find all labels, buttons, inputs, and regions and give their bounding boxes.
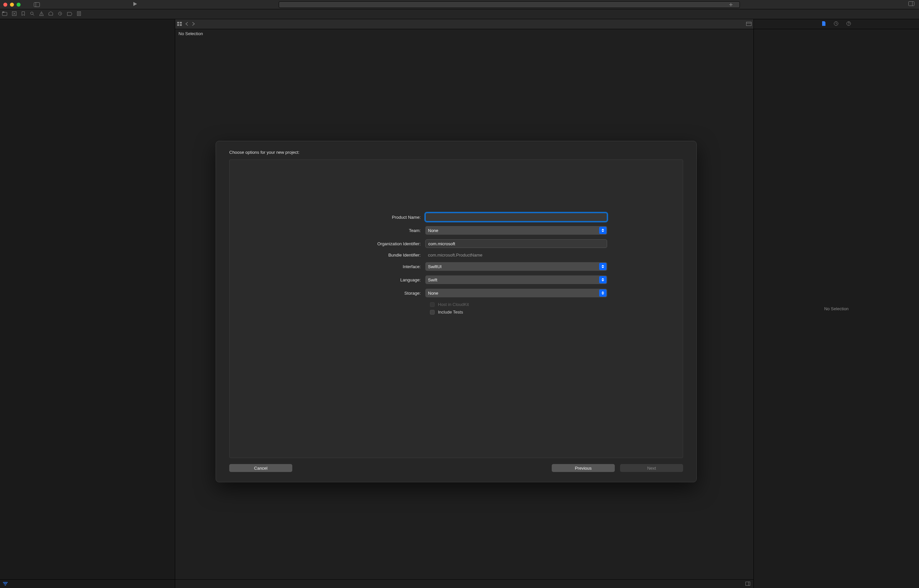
bookmark-navigator-icon[interactable] (21, 11, 25, 17)
svg-rect-0 (34, 2, 40, 6)
team-label: Team: (250, 228, 425, 233)
history-inspector-tab-icon[interactable] (834, 21, 838, 27)
svg-rect-32 (180, 24, 182, 26)
chevron-updown-icon (599, 276, 606, 283)
help-inspector-tab-icon[interactable]: ? (846, 21, 851, 27)
inspector-tabs: ? (754, 19, 919, 29)
svg-marker-2 (133, 2, 137, 6)
dialog-title: Choose options for your new project: (229, 150, 683, 155)
svg-rect-29 (177, 22, 179, 24)
report-navigator-icon[interactable] (77, 11, 81, 17)
language-select-value: Swift (428, 278, 437, 283)
include-tests-checkbox[interactable] (430, 310, 434, 315)
workspace: No Selection Choose options for your new… (0, 19, 919, 588)
svg-rect-33 (747, 22, 752, 26)
dialog-button-row: Cancel Previous Next (229, 464, 683, 472)
cloudkit-checkbox (430, 302, 434, 307)
team-select-value: None (428, 228, 438, 233)
org-id-input[interactable] (425, 239, 607, 248)
cancel-button[interactable]: Cancel (229, 464, 292, 472)
svg-line-20 (60, 14, 61, 14)
storage-select-value: None (428, 291, 438, 296)
toggle-inspector-icon[interactable] (908, 1, 914, 7)
nav-forward-icon[interactable] (192, 21, 195, 27)
breakpoint-navigator-icon[interactable] (67, 11, 72, 17)
svg-rect-30 (180, 22, 182, 24)
interface-label: Interface: (250, 264, 425, 269)
nav-back-icon[interactable] (185, 21, 188, 27)
find-navigator-icon[interactable] (30, 11, 34, 17)
svg-rect-5 (909, 2, 914, 6)
svg-rect-7 (2, 12, 7, 16)
filter-icon[interactable] (3, 582, 8, 587)
chevron-updown-icon (599, 263, 606, 270)
dialog-form: Product Name: Team: None Organization Id… (229, 160, 683, 458)
interface-select[interactable]: SwiftUI (425, 262, 607, 271)
test-navigator-icon[interactable] (49, 11, 53, 17)
navigator-pane (0, 19, 175, 588)
new-project-options-dialog: Choose options for your new project: Pro… (216, 141, 697, 482)
editor-layout-icon[interactable] (746, 21, 752, 27)
include-tests-checkbox-label: Include Tests (438, 310, 463, 315)
language-label: Language: (250, 278, 425, 283)
traffic-lights (3, 3, 21, 6)
run-icon[interactable] (133, 2, 137, 8)
project-navigator-icon[interactable] (2, 11, 7, 17)
editor-tabbar (175, 19, 754, 29)
minimize-window-icon[interactable] (10, 3, 14, 6)
close-window-icon[interactable] (3, 3, 7, 6)
svg-marker-21 (67, 12, 72, 16)
bundle-id-value: com.microsoft.ProductName (425, 252, 482, 258)
svg-rect-8 (2, 11, 4, 13)
chevron-updown-icon (599, 227, 606, 234)
chevron-updown-icon (599, 289, 606, 297)
zoom-window-icon[interactable] (16, 3, 21, 6)
debug-navigator-icon[interactable] (58, 11, 62, 17)
inspector-pane: ? No Selection (754, 19, 919, 588)
svg-marker-17 (49, 11, 53, 15)
next-button[interactable]: Next (620, 464, 683, 472)
previous-button[interactable]: Previous (552, 464, 615, 472)
related-items-icon[interactable] (177, 21, 182, 27)
editor-bottom-bar (175, 579, 754, 588)
add-tab-icon[interactable] (729, 2, 733, 8)
cloudkit-checkbox-label: Host in CloudKit (438, 302, 469, 307)
editor-canvas: Choose options for your new project: Pro… (175, 38, 754, 579)
toggle-navigator-icon[interactable] (34, 2, 40, 7)
source-control-navigator-icon[interactable] (12, 11, 16, 17)
navigator-filter-bar (0, 579, 175, 588)
svg-point-12 (31, 12, 33, 15)
product-name-input[interactable] (425, 213, 607, 221)
language-select[interactable]: Swift (425, 275, 607, 284)
svg-line-13 (33, 14, 34, 16)
interface-select-value: SwiftUI (428, 264, 442, 269)
svg-rect-35 (746, 582, 750, 585)
org-id-label: Organization Identifier: (250, 241, 425, 246)
inspector-placeholder: No Selection (824, 306, 849, 311)
svg-text:?: ? (848, 22, 850, 26)
storage-select[interactable]: None (425, 289, 607, 297)
svg-point-16 (41, 15, 42, 15)
minimap-toggle-icon[interactable] (746, 581, 750, 587)
storage-label: Storage: (250, 291, 425, 296)
inspector-body: No Selection (754, 29, 919, 588)
editor-pane: No Selection Choose options for your new… (175, 19, 754, 588)
file-inspector-tab-icon[interactable] (822, 21, 826, 27)
team-select[interactable]: None (425, 226, 607, 235)
window-titlebar (0, 0, 919, 9)
navigator-tabbar (0, 9, 919, 19)
svg-rect-31 (177, 24, 179, 26)
editor-breadcrumb: No Selection (175, 29, 754, 38)
issue-navigator-icon[interactable] (39, 11, 44, 17)
scheme-activity-bar[interactable] (279, 1, 740, 8)
bundle-id-label: Bundle Identifier: (250, 252, 425, 258)
product-name-label: Product Name: (250, 215, 425, 220)
